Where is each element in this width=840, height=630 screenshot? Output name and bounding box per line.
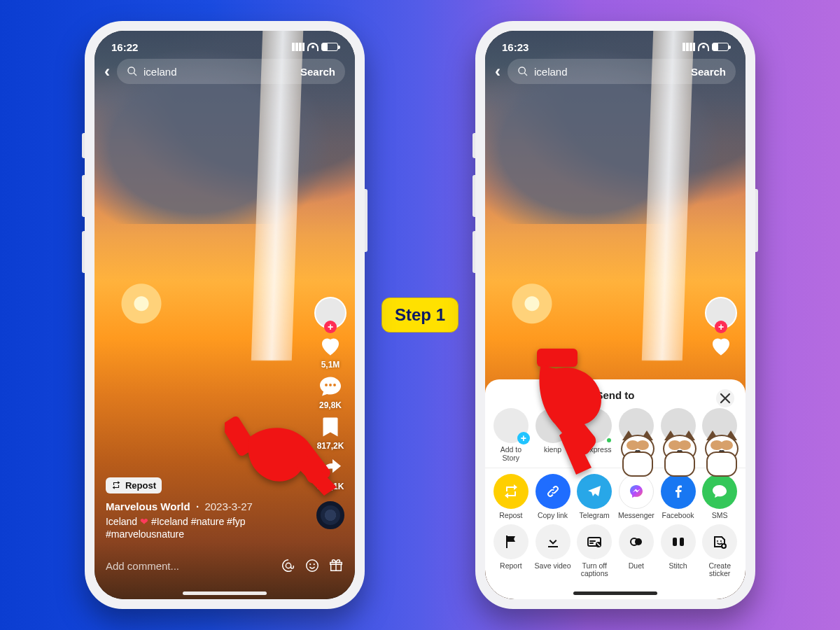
search-query: iceland [144,66,177,78]
action-save-video[interactable]: Save video [533,524,573,578]
sticker-label: Create sticker [699,562,740,578]
action-duet[interactable]: Duet [616,524,657,578]
red-pointer-hand [524,347,622,480]
report-label: Report [500,562,522,570]
home-indicator [573,592,657,595]
repost-icon [111,480,121,490]
phone-mockup-right: 16:23 ‹ iceland Search [475,21,755,609]
svg-point-7 [635,538,642,545]
share-sms[interactable]: SMS [699,474,740,520]
add-story-icon [493,408,528,443]
sms-label: SMS [712,512,728,520]
sticker-icon [711,533,728,550]
svg-point-1 [309,564,311,565]
cat-sticker-icon [617,433,659,478]
action-create-sticker[interactable]: Create sticker [699,524,740,578]
caption-text: Iceland [106,516,140,527]
facebook-label: Facebook [662,512,694,520]
like-button[interactable] [708,333,734,361]
share-messenger[interactable]: Messenger [616,474,657,520]
like-count: 5,1M [318,360,343,370]
telegram-icon [586,483,603,500]
tiktok-video-screen: 16:22 ‹ iceland Search 5,1M [94,31,355,599]
search-field[interactable]: iceland Search [507,59,736,84]
svg-point-2 [314,564,315,565]
search-button[interactable]: Search [691,66,726,78]
comment-icon [318,374,343,399]
share-apps-row: Repost Copy link Telegram Messenger Face… [491,474,740,520]
facebook-icon [670,483,687,500]
heart-emoji: ❤ [140,516,148,527]
action-report[interactable]: Report [491,524,531,578]
comment-placeholder: Add comment... [106,560,272,572]
battery-icon [321,43,338,51]
svg-point-10 [717,540,718,542]
search-button[interactable]: Search [300,66,335,78]
comment-bar[interactable]: Add comment... [106,552,344,580]
search-icon [127,66,138,77]
messenger-icon [628,483,645,500]
duet-label: Duet [629,562,644,570]
share-actions-row: Report Save video Turn off captions Duet… [491,524,740,578]
battery-icon [712,43,729,51]
sms-icon [711,483,728,500]
home-indicator [183,592,267,595]
like-button[interactable]: 5,1M [318,333,343,370]
svg-rect-8 [673,538,677,546]
back-button[interactable]: ‹ [495,62,500,81]
status-time: 16:22 [111,41,138,53]
heart-icon [708,333,734,358]
action-rail [705,297,737,361]
svg-rect-13 [537,349,578,367]
copy-link-label: Copy link [538,512,568,520]
link-icon [545,483,561,500]
captions-off-icon [586,533,603,550]
action-captions[interactable]: Turn off captions [574,524,615,578]
svg-rect-9 [680,538,684,546]
messenger-label: Messenger [618,512,654,520]
search-field[interactable]: iceland Search [117,59,345,84]
duet-icon [628,533,645,550]
wifi-icon [307,43,318,51]
caption[interactable]: Iceland ❤ #Iceland #nature #fyp #marvelo… [106,515,299,540]
close-icon [717,390,734,407]
repost-label: Repost [125,480,156,491]
wifi-icon [698,43,709,51]
share-repost[interactable]: Repost [491,474,531,520]
captions-label: Turn off captions [574,562,615,578]
telegram-label: Telegram [580,512,610,520]
status-bar: 16:23 [485,38,746,56]
back-button[interactable]: ‹ [104,62,110,81]
action-stitch[interactable]: Stitch [658,524,699,578]
mention-icon[interactable] [281,558,296,573]
repost-chip[interactable]: Repost [106,477,162,493]
gift-icon[interactable] [328,558,344,573]
cellular-icon [292,43,304,51]
status-bar: 16:22 [94,38,355,56]
svg-point-0 [307,560,318,572]
red-pointer-hand [225,409,344,514]
share-facebook[interactable]: Facebook [658,474,699,520]
comment-button[interactable]: 29,8K [318,374,343,410]
cat-stickers-overlay [617,433,743,478]
phone-mockup-left: 16:22 ‹ iceland Search 5,1M [85,21,365,609]
share-copylink[interactable]: Copy link [533,474,573,520]
flag-icon [503,533,519,550]
stitch-icon [670,533,687,550]
status-time: 16:23 [502,41,528,53]
author-username: Marvelous World [106,500,190,512]
emoji-icon[interactable] [304,558,320,573]
step-badge: Step 1 [382,298,458,332]
author-avatar[interactable] [314,297,346,329]
save-video-label: Save video [535,562,571,570]
heart-icon [318,333,343,358]
repost-icon [503,483,519,500]
stitch-label: Stitch [668,562,687,570]
close-button[interactable] [716,389,734,407]
tiktok-share-screen: 16:23 ‹ iceland Search [485,31,746,599]
author-avatar[interactable] [705,297,737,329]
share-telegram[interactable]: Telegram [574,474,615,520]
cellular-icon [682,43,695,51]
repost-label: Repost [499,512,522,520]
svg-point-11 [720,540,722,542]
